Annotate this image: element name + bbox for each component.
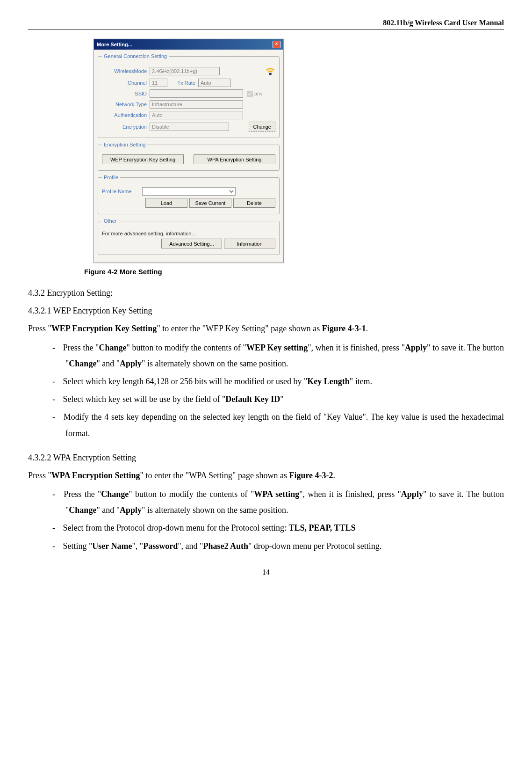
auth-select[interactable] [150, 111, 243, 119]
save-current-button[interactable]: Save Current [189, 198, 231, 208]
profile-name-label: Profile Name [102, 189, 142, 194]
close-icon[interactable]: × [273, 41, 280, 48]
nettype-select[interactable] [150, 100, 243, 109]
wirelessmode-label: WirelessMode [102, 68, 150, 74]
wep-encryption-button[interactable]: WEP Encryption Key Setting [102, 154, 184, 164]
wirelessmode-select[interactable] [150, 67, 220, 75]
other-group: Other For more advanced setting, informa… [98, 218, 280, 255]
profile-group: Profile Profile Name Load Save Current D… [98, 175, 280, 214]
wpa-bullet-list: Press the "Change" button to modify the … [28, 486, 504, 554]
section-4-3-2-1-text: Press "WEP Encryption Key Setting" to en… [28, 321, 504, 336]
profile-name-select[interactable] [142, 187, 236, 196]
section-4-3-2-1-title: 4.3.2.1 WEP Encryption Key Setting [28, 303, 504, 319]
channel-select[interactable] [150, 79, 167, 87]
list-item: Select which key set will be use by the … [52, 391, 504, 407]
general-connection-group: General Connection Setting WirelessMode … [98, 53, 280, 138]
any-checkbox[interactable] [247, 91, 253, 97]
wep-bullet-list: Press the "Change" button to modify the … [28, 340, 504, 441]
dialog-titlebar: More Setting... × [94, 39, 283, 50]
information-button[interactable]: Information [224, 239, 275, 248]
list-item: Select from the Protocol drop-down menu … [52, 520, 504, 536]
section-4-3-2-2-text: Press "WPA Encryption Setting" to enter … [28, 467, 504, 483]
encryption-legend: Encryption Setting [102, 142, 147, 147]
advanced-setting-button[interactable]: Advanced Setting... [161, 239, 222, 248]
wpa-encryption-button[interactable]: WPA Encryption Setting [194, 154, 275, 164]
body-text: 4.3.2 Encryption Setting: 4.3.2.1 WEP En… [28, 285, 504, 554]
change-button[interactable]: Change [249, 122, 275, 131]
channel-label: Channel [102, 80, 150, 86]
list-item: Press the "Change" button to modify the … [52, 486, 504, 518]
auth-label: Authentication [102, 112, 150, 118]
dialog-title: More Setting... [97, 42, 132, 47]
page-number: 14 [28, 568, 504, 576]
list-item: Modify the 4 sets key depending on the s… [52, 409, 504, 441]
txrate-select[interactable] [198, 79, 231, 87]
other-legend: Other [102, 218, 119, 224]
encryption-label: Encryption [102, 124, 150, 130]
profile-legend: Profile [102, 175, 120, 180]
txrate-label: Tx Rate [167, 80, 198, 86]
list-item: Setting "User Name", "Password", and "Ph… [52, 538, 504, 554]
page-header: 802.11b/g Wireless Card User Manual [28, 19, 504, 29]
encryption-select[interactable] [150, 123, 229, 131]
any-label: any [254, 91, 263, 96]
list-item: Select which key length 64,128 or 256 bi… [52, 373, 504, 389]
list-item: Press the "Change" button to modify the … [52, 340, 504, 372]
nettype-label: Network Type [102, 102, 150, 107]
encryption-setting-group: Encryption Setting WEP Encryption Key Se… [98, 142, 280, 171]
figure-caption: Figure 4-2 More Setting [84, 268, 504, 276]
other-desc: For more advanced setting, information..… [102, 231, 196, 236]
ssid-label: SSID [102, 91, 150, 96]
delete-button[interactable]: Delete [233, 198, 275, 208]
section-4-3-2: 4.3.2 Encryption Setting: [28, 285, 504, 301]
section-4-3-2-2-title: 4.3.2.2 WPA Encryption Setting [28, 450, 504, 466]
dialog-body: General Connection Setting WirelessMode … [94, 50, 283, 263]
more-setting-dialog: More Setting... × General Connection Set… [93, 39, 284, 263]
general-legend: General Connection Setting [102, 53, 169, 59]
svg-rect-0 [269, 73, 272, 75]
load-button[interactable]: Load [145, 198, 187, 208]
wireless-icon [265, 66, 275, 76]
ssid-input[interactable] [150, 89, 243, 98]
